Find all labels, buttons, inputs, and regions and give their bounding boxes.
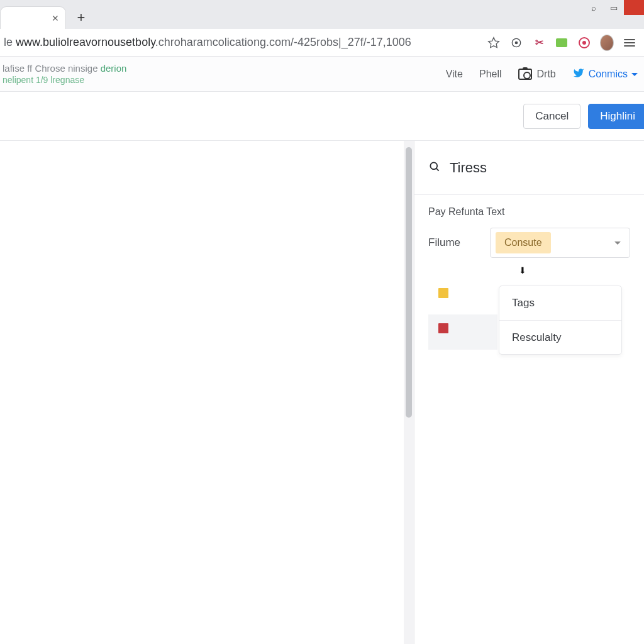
swatch-red <box>438 323 448 333</box>
subbar-line2: nelipent 1/9 lregnase <box>3 75 126 85</box>
cursor-icon: ⬇ <box>519 265 526 275</box>
panel-section-label: Pay Refunta Text <box>428 206 630 218</box>
filter-option-resculalty[interactable]: Resculalty <box>499 320 621 354</box>
swatch-yellow <box>438 288 448 298</box>
sub-bar: lafise ff Chrose ninsige derion nelipent… <box>0 57 644 92</box>
filter-selected-chip: Consute <box>496 232 551 253</box>
nav-link-conmics[interactable]: Conmics <box>572 67 638 81</box>
legend <box>428 279 497 350</box>
url-path: .chroharamcolicationg.com/-425robs|_27f/… <box>155 36 411 48</box>
filter-field-row: Filume Consute <box>428 228 630 258</box>
new-tab-button[interactable]: + <box>72 9 90 26</box>
twitter-icon <box>572 67 585 81</box>
subbar-line1: lafise ff Chrose ninsige derion <box>3 63 126 74</box>
svg-marker-0 <box>489 37 499 47</box>
panel-body: Pay Refunta Text Filume Consute ⬇ <box>414 195 644 361</box>
chevron-down-icon <box>631 73 638 79</box>
scrollbar-thumb[interactable] <box>406 147 412 418</box>
vertical-scrollbar[interactable] <box>404 141 414 644</box>
chat-icon[interactable] <box>555 36 569 50</box>
nav-link-phell[interactable]: Phell <box>479 69 502 80</box>
filter-select[interactable]: Consute <box>490 228 630 258</box>
pinterest-icon[interactable] <box>577 36 591 50</box>
nav-link-drtb: Drtb <box>537 69 556 80</box>
tab-strip: ✕ + ⌕ ▭ <box>0 0 644 29</box>
main-area: Tiress Pay Refunta Text Filume Consute ⬇ <box>0 141 644 644</box>
primary-button[interactable]: Highlini <box>588 104 644 129</box>
search-icon[interactable] <box>428 160 441 175</box>
filter-field-label: Filume <box>428 236 479 249</box>
address-bar[interactable]: le www.buliolreavornousetboly.chroharamc… <box>0 36 487 49</box>
legend-item-red[interactable] <box>428 314 497 350</box>
browser-menu-icon[interactable] <box>623 36 636 50</box>
target-icon[interactable] <box>509 36 523 50</box>
address-bar-row: le www.buliolreavornousetboly.chroharamc… <box>0 29 644 57</box>
bookmark-star-icon[interactable] <box>487 36 501 50</box>
url-prefix: le <box>4 36 16 48</box>
close-tab-icon[interactable]: ✕ <box>52 13 59 23</box>
legend-item-yellow[interactable] <box>428 279 497 314</box>
url-host: www.buliolreavornousetboly <box>16 36 155 48</box>
camera-icon[interactable]: Drtb <box>518 69 556 80</box>
cancel-button[interactable]: Cancel <box>523 104 580 129</box>
profile-avatar[interactable] <box>600 36 614 50</box>
window-restore-icon[interactable]: ▭ <box>604 0 624 15</box>
nav-link-vite[interactable]: Vite <box>446 69 463 80</box>
filter-options-popover: Tags Resculalty <box>499 286 622 355</box>
action-bar: Cancel Highlini <box>0 92 644 141</box>
svg-line-4 <box>436 168 439 170</box>
chevron-down-icon <box>614 242 621 248</box>
panel-title: Tiress <box>450 160 487 176</box>
scissors-icon[interactable]: ✂ <box>532 36 546 50</box>
content-canvas <box>0 141 404 644</box>
window-close-icon[interactable] <box>624 0 644 15</box>
panel-header: Tiress <box>414 141 644 195</box>
active-tab[interactable]: ✕ <box>0 6 66 29</box>
svg-point-2 <box>515 42 517 43</box>
filter-option-tags[interactable]: Tags <box>499 286 621 320</box>
svg-point-3 <box>430 162 437 169</box>
right-panel: Tiress Pay Refunta Text Filume Consute ⬇ <box>414 141 644 644</box>
window-controls: ⌕ ▭ <box>584 0 644 15</box>
window-search-icon[interactable]: ⌕ <box>584 0 604 15</box>
